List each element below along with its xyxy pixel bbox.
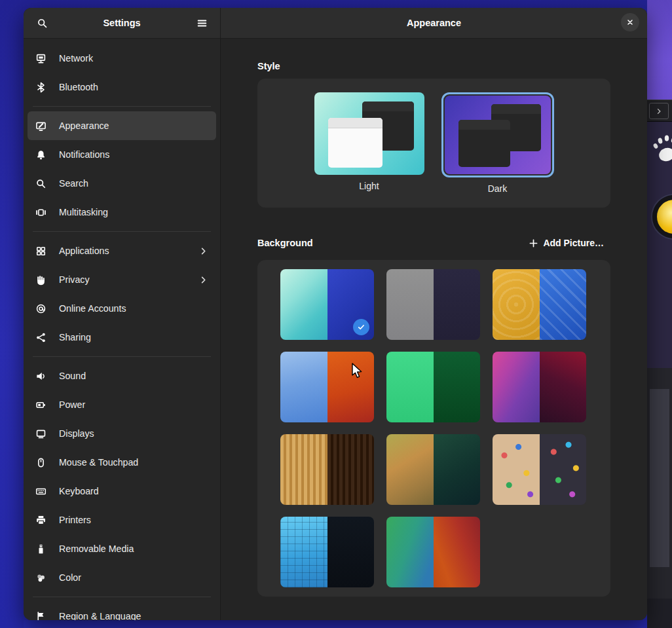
hamburger-menu-icon [196, 18, 208, 29]
desktop: { "app": { "sidebar_title": "Settings", … [0, 0, 672, 628]
sidebar-divider [33, 597, 211, 597]
close-icon [625, 18, 635, 27]
style-light-thumbnail [314, 92, 424, 175]
wallpaper-thumbnail[interactable] [280, 434, 374, 505]
sidebar-item-privacy[interactable]: Privacy [28, 265, 216, 294]
wallpaper-light-half [386, 352, 434, 422]
wallpaper-dark-half [434, 434, 481, 505]
wallpaper-dark-half [327, 434, 375, 505]
wallpaper-dark-half [434, 269, 481, 340]
sidebar-item-appearance[interactable]: Appearance [28, 111, 216, 140]
wallpaper-light-half [386, 269, 434, 340]
sidebar-item-color[interactable]: Color [28, 563, 216, 592]
style-option-dark[interactable]: Dark [441, 92, 554, 194]
style-dark-thumbnail [441, 92, 554, 177]
wallpaper-thumbnail[interactable] [280, 517, 374, 587]
display-icon [35, 428, 47, 439]
sidebar-item-mouse-touchpad[interactable]: Mouse & Touchpad [28, 448, 216, 477]
sidebar-item-sharing[interactable]: Sharing [28, 323, 216, 352]
chevron-right-icon [198, 275, 208, 285]
sidebar-item-displays[interactable]: Displays [28, 419, 216, 448]
background-panel-bottom [647, 599, 672, 628]
background-window-area [647, 122, 672, 368]
wallpaper-thumbnail[interactable] [493, 269, 586, 340]
sidebar-item-multitasking[interactable]: Multitasking [28, 198, 216, 227]
style-dark-label: Dark [488, 183, 508, 194]
wallpaper-light-half [386, 434, 434, 505]
search-icon [37, 18, 48, 29]
wallpaper-thumbnail[interactable] [280, 269, 374, 340]
background-panel [647, 368, 672, 599]
sidebar-title: Settings [24, 18, 220, 28]
sidebar-item-printers[interactable]: Printers [28, 506, 216, 534]
background-panel-column [650, 389, 669, 567]
printer-icon [35, 515, 47, 526]
wallpaper-thumbnail[interactable] [386, 352, 480, 422]
check-icon [357, 323, 365, 331]
sidebar-item-network[interactable]: Network [28, 44, 216, 73]
sidebar-item-bluetooth[interactable]: Bluetooth [28, 73, 216, 102]
share-icon [35, 332, 47, 343]
bluetooth-icon [35, 82, 47, 93]
desktop-wallpaper-bottom [24, 620, 647, 628]
sidebar-headerbar: Settings [24, 8, 220, 39]
close-button[interactable] [621, 13, 639, 31]
wallpaper-thumbnail[interactable] [280, 352, 374, 422]
background-window-toolbar [647, 100, 672, 122]
speaker-icon [35, 371, 47, 382]
background-grid [257, 260, 610, 597]
bell-icon [35, 149, 47, 160]
wallpaper-thumbnail[interactable] [493, 352, 586, 422]
mouse-icon [35, 457, 47, 468]
chevron-right-icon [198, 246, 208, 256]
wallpaper-light-half [280, 434, 327, 505]
add-picture-label: Add Picture… [543, 238, 604, 248]
main-panel: Appearance Style Light [221, 8, 647, 620]
sidebar-item-power[interactable]: Power [28, 390, 216, 419]
panel-headerbar: Appearance [221, 8, 647, 39]
sidebar-item-removable-media[interactable]: Removable Media [28, 534, 216, 563]
multitasking-icon [35, 207, 47, 218]
sidebar-item-region-language[interactable]: Region & Language [28, 602, 216, 620]
background-window-expand-button[interactable] [649, 103, 669, 119]
yellow-emblem [652, 195, 672, 238]
wallpaper-dark-half [327, 352, 375, 422]
panel-title: Appearance [221, 18, 647, 28]
wallpaper-thumbnail[interactable] [386, 269, 480, 340]
sidebar-item-applications[interactable]: Applications [28, 236, 216, 265]
background-section-heading: Background [257, 238, 313, 248]
network-icon [35, 53, 47, 64]
style-option-light[interactable]: Light [314, 92, 424, 191]
add-picture-button[interactable]: Add Picture… [522, 234, 610, 252]
sidebar-item-sound[interactable]: Sound [28, 361, 216, 390]
wallpaper-dark-half [327, 517, 375, 587]
style-section-heading: Style [257, 61, 610, 71]
search-button[interactable] [31, 12, 52, 33]
wallpaper-thumbnail[interactable] [493, 434, 586, 505]
hand-icon [35, 274, 47, 286]
sidebar-item-online-accounts[interactable]: Online Accounts [28, 294, 216, 323]
sidebar-item-keyboard[interactable]: Keyboard [28, 477, 216, 506]
sidebar-item-notifications[interactable]: Notifications [28, 140, 216, 169]
wallpaper-dark-half [540, 269, 587, 340]
wallpaper-light-half [280, 269, 327, 340]
selected-check-badge [353, 319, 369, 335]
wallpaper-thumbnail[interactable] [386, 517, 480, 587]
appearance-icon [35, 120, 47, 132]
primary-menu-button[interactable] [191, 12, 212, 33]
color-icon [35, 572, 47, 583]
sidebar-divider [33, 231, 211, 232]
sidebar-divider [33, 106, 211, 107]
applications-icon [35, 246, 47, 257]
wallpaper-light-half [493, 434, 540, 505]
wallpaper-thumbnail[interactable] [386, 434, 480, 505]
usb-icon [35, 544, 47, 555]
wallpaper-light-half [280, 352, 327, 422]
keyboard-icon [35, 486, 47, 497]
chevron-right-icon [655, 107, 663, 115]
sidebar-item-search[interactable]: Search [28, 169, 216, 198]
sidebar: Settings Network Bluetooth Appearance No [24, 8, 221, 620]
wallpaper-light-half [493, 352, 540, 422]
sidebar-divider [33, 356, 211, 357]
wallpaper-dark-half [540, 352, 587, 422]
